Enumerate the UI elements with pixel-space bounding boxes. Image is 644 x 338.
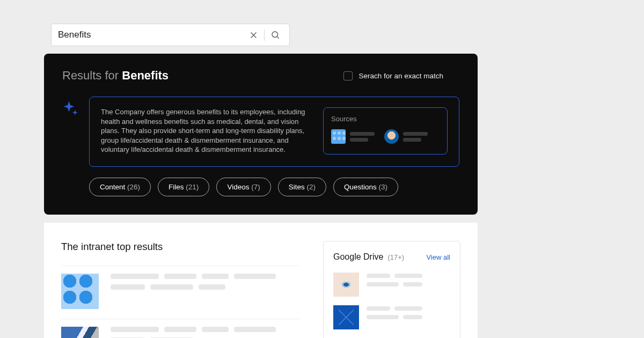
drive-thumb-icon [333, 305, 359, 329]
checkbox-icon[interactable] [343, 71, 353, 80]
filter-chip-sites[interactable]: Sites (2) [278, 178, 326, 196]
sources-label: Sources [331, 115, 440, 123]
ai-summary-card: The Company offers generous benefits to … [89, 97, 459, 167]
content-panel: The intranet top results [44, 223, 478, 338]
search-box[interactable]: Benefits [51, 24, 290, 46]
result-item[interactable] [61, 319, 299, 338]
results-term: Benefits [122, 69, 169, 82]
results-panel: Results for Benefits Serach for an exact… [44, 54, 478, 215]
svg-point-2 [272, 32, 278, 38]
ai-summary-text: The Company offers generous benefits to … [101, 107, 309, 155]
search-input[interactable]: Benefits [58, 30, 246, 40]
drive-count: (17+) [387, 253, 404, 261]
avatar [384, 129, 399, 144]
filter-chip-files[interactable]: Files (21) [158, 178, 209, 196]
result-item[interactable] [61, 266, 299, 309]
exact-match-label: Serach for an exact match [358, 72, 443, 80]
svg-line-3 [277, 36, 279, 38]
results-prefix: Results for [62, 69, 122, 82]
clear-icon[interactable] [246, 27, 261, 42]
source-item[interactable] [331, 129, 375, 144]
drive-item[interactable] [333, 305, 450, 329]
exact-match-toggle[interactable]: Serach for an exact match [343, 71, 443, 80]
filter-chip-content[interactable]: Content (26) [89, 178, 151, 196]
top-results-heading: The intranet top results [61, 241, 299, 253]
search-icon[interactable] [268, 27, 283, 42]
result-thumb-icon [61, 327, 99, 338]
google-drive-widget: Google Drive (17+) View all [323, 241, 460, 338]
sources-box: Sources [323, 107, 448, 155]
separator [264, 29, 265, 41]
results-heading: Results for Benefits [62, 69, 169, 83]
drive-item[interactable] [333, 273, 450, 297]
result-thumb-icon [61, 274, 99, 309]
drive-thumb-icon [333, 273, 359, 297]
source-item[interactable] [384, 129, 428, 144]
source-thumb-icon [331, 129, 346, 144]
sparkle-icon [62, 100, 78, 118]
filter-chip-questions[interactable]: Questions (3) [333, 178, 398, 196]
filter-chip-videos[interactable]: Videos (7) [216, 178, 270, 196]
view-all-link[interactable]: View all [426, 253, 450, 261]
drive-title: Google Drive [333, 252, 383, 262]
